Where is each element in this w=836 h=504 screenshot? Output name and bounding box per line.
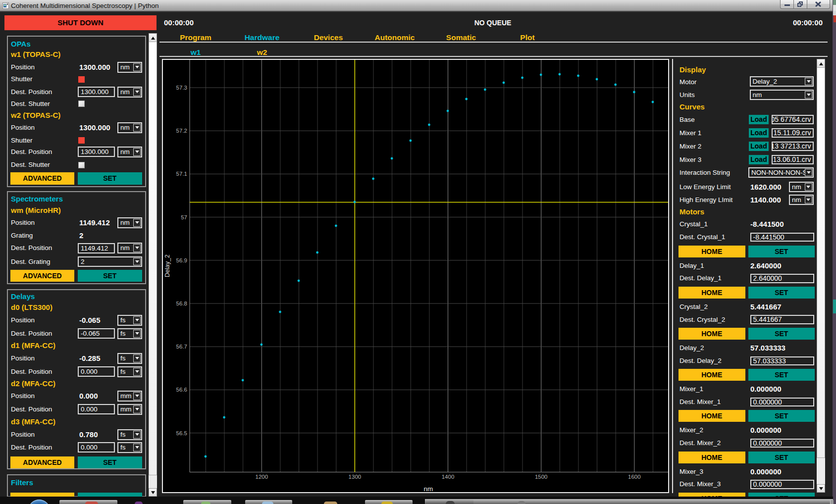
- svg-text:56.9: 56.9: [176, 257, 187, 263]
- svg-text:57.2: 57.2: [176, 128, 187, 134]
- svg-text:Delay_2: Delay_2: [164, 254, 171, 277]
- svg-text:56.5: 56.5: [176, 430, 187, 436]
- svg-text:56.6: 56.6: [176, 387, 187, 393]
- svg-text:1200: 1200: [256, 474, 268, 480]
- svg-text:57.3: 57.3: [176, 85, 187, 91]
- svg-text:1300: 1300: [349, 474, 362, 480]
- svg-text:57.1: 57.1: [176, 171, 187, 177]
- svg-text:nm: nm: [424, 485, 433, 492]
- svg-text:1400: 1400: [442, 474, 455, 480]
- svg-text:1500: 1500: [535, 474, 548, 480]
- svg-text:57: 57: [181, 214, 187, 220]
- svg-text:56.7: 56.7: [176, 344, 187, 350]
- svg-text:56.8: 56.8: [176, 301, 187, 306]
- svg-text:1600: 1600: [628, 474, 641, 480]
